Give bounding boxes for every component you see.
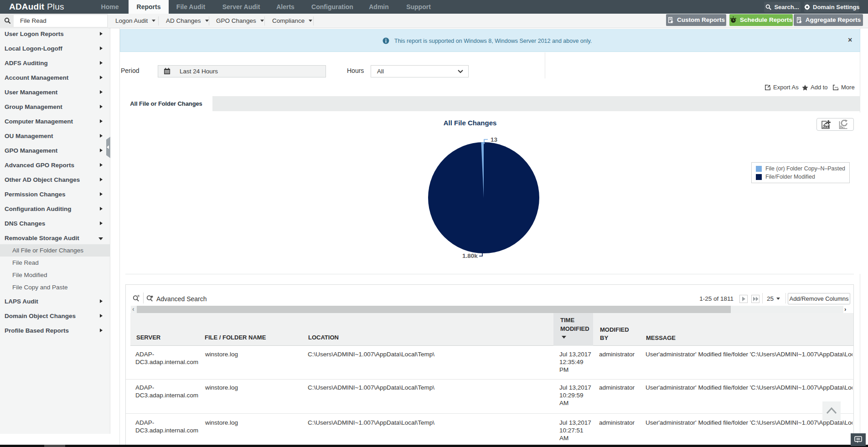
svg-text:13: 13	[491, 136, 498, 143]
svg-text:1.80k: 1.80k	[462, 252, 478, 259]
